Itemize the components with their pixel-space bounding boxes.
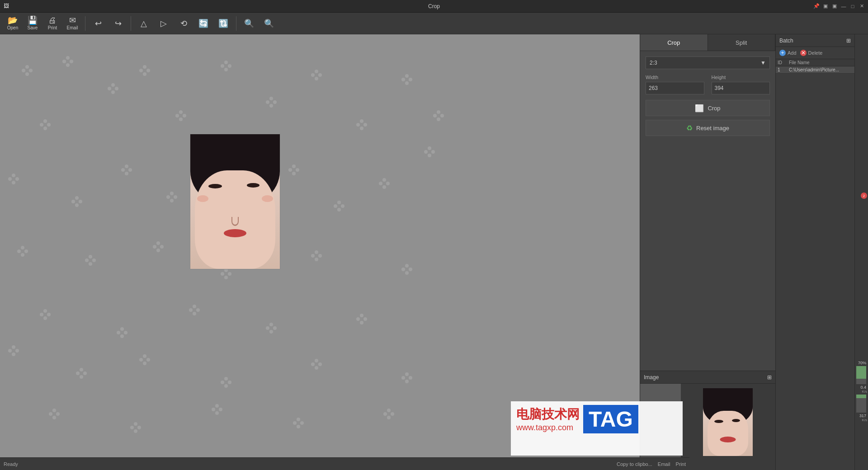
open-button[interactable]: 📂 Open <box>4 14 22 33</box>
stats-value-04: 0.4 <box>855 385 867 390</box>
canvas-area[interactable] <box>0 34 640 470</box>
image-panel-title: Image <box>644 374 659 381</box>
minimize-button[interactable]: — <box>839 2 848 11</box>
stats-value-317: 317 <box>855 414 867 418</box>
del-circle-icon: ✕ <box>800 50 807 56</box>
svg-point-3 <box>2 34 5 36</box>
right-panel: Crop Split 2:3 ▼ Width Height <box>640 34 775 470</box>
redo-button[interactable]: ↪ <box>109 14 127 33</box>
width-input[interactable] <box>646 82 704 94</box>
reset-image-button[interactable]: ♻ Reset image <box>646 120 770 136</box>
open-icon: 📂 <box>8 16 18 24</box>
batch-col-name: File Name <box>789 60 853 65</box>
batch-cell-id: 1 <box>778 67 789 72</box>
batch-row[interactable]: 1 C:\Users\admin\Picture... <box>776 66 854 74</box>
rotate-options-icon: 🔄 <box>198 19 208 28</box>
extra2-button[interactable]: ▣ <box>830 2 839 11</box>
reset-action-icon: ♻ <box>686 124 693 132</box>
crop-button-label: Crop <box>708 105 720 112</box>
stats-unit-2: K/s <box>855 390 867 394</box>
app-icon: 🖼 <box>4 3 11 10</box>
rotate-ccw-icon: ⟲ <box>180 19 187 28</box>
email-label: Email <box>66 25 78 30</box>
tab-split[interactable]: Split <box>708 34 776 51</box>
title-bar-controls: 📌 ▣ ▣ — □ ✕ <box>812 2 868 11</box>
title-bar-left: 🖼 <box>0 3 14 10</box>
image-panel-expand-icon[interactable]: ⊞ <box>767 374 772 381</box>
toolbar: 📂 Open 💾 Save 🖨 Print ✉ Email ↩ ↪ △ ▷ ⟲ … <box>0 13 868 34</box>
maximize-button[interactable]: □ <box>848 2 857 11</box>
height-input[interactable] <box>712 82 770 94</box>
stats-bar-fill-2 <box>856 395 866 398</box>
transform-button[interactable]: 🔃 <box>214 14 232 33</box>
stats-value-70: 70% <box>855 361 867 365</box>
image-panel-header: Image ⊞ <box>640 371 775 384</box>
copy-clipboard-button[interactable]: Copy to clipbo... <box>617 461 652 467</box>
tab-crop[interactable]: Crop <box>640 34 708 51</box>
flip-v-icon: △ <box>141 19 147 28</box>
undo-icon: ↩ <box>95 19 102 28</box>
print-bottom-button[interactable]: Print <box>675 461 686 467</box>
batch-actions: + Add ✕ Delete <box>776 47 854 59</box>
status-text: Ready <box>4 461 18 467</box>
crop-action-icon: ⬜ <box>695 104 704 113</box>
height-label: Height <box>712 75 770 80</box>
save-button[interactable]: 💾 Save <box>24 14 42 33</box>
dropdown-arrow-icon: ▼ <box>760 60 766 66</box>
stats-panel: 2 70% 0.4 K/s 317 K/s <box>854 34 868 470</box>
ratio-dropdown[interactable]: 2:3 ▼ <box>646 56 770 69</box>
batch-title: Batch <box>779 38 793 44</box>
extra1-button[interactable]: ▣ <box>821 2 830 11</box>
separator-3 <box>236 16 236 31</box>
zoom-in-icon: 🔍 <box>244 19 254 28</box>
image-preview-panel: Image ⊞ <box>640 371 775 470</box>
batch-add-label: Add <box>788 50 797 56</box>
pin-button[interactable]: 📌 <box>812 2 821 11</box>
close-button[interactable]: ✕ <box>857 2 866 11</box>
save-label: Save <box>28 25 38 30</box>
stats-bar-1 <box>856 366 866 384</box>
separator-2 <box>131 16 131 31</box>
flip-vertical-button[interactable]: △ <box>135 14 153 33</box>
save-icon: 💾 <box>28 16 38 24</box>
undo-button[interactable]: ↩ <box>89 14 107 33</box>
canvas-background <box>0 34 640 470</box>
height-group: Height <box>712 75 770 94</box>
title-bar: 🖼 Crop 📌 ▣ ▣ — □ ✕ <box>0 0 868 13</box>
zoom-out-button[interactable]: 🔍 <box>260 14 278 33</box>
main-layout: Crop Split 2:3 ▼ Width Height <box>0 34 868 470</box>
stats-unit-3: K/s <box>855 418 867 422</box>
preview-right-area <box>681 384 775 470</box>
crop-button[interactable]: ⬜ Crop <box>646 100 770 116</box>
face-illustration <box>190 134 280 269</box>
rotate-ccw-button[interactable]: ⟲ <box>175 14 193 33</box>
open-label: Open <box>7 25 18 30</box>
print-button[interactable]: 🖨 Print <box>43 14 61 33</box>
batch-expand-icon[interactable]: ⊞ <box>846 38 851 44</box>
bottom-actions: Copy to clipbo... Email Print <box>617 461 686 467</box>
canvas-image[interactable] <box>190 134 280 269</box>
ratio-value: 2:3 <box>650 60 657 66</box>
flip-horizontal-button[interactable]: ▷ <box>155 14 173 33</box>
batch-delete-label: Delete <box>808 50 823 56</box>
batch-cell-filename: C:\Users\admin\Picture... <box>789 67 853 72</box>
print-label: Print <box>48 25 57 30</box>
email-button[interactable]: ✉ Email <box>63 14 81 33</box>
batch-col-id: ID <box>778 60 789 65</box>
batch-delete-button[interactable]: ✕ Delete <box>800 50 823 56</box>
reset-button-label: Reset image <box>696 125 729 132</box>
batch-add-button[interactable]: + Add <box>779 50 797 56</box>
width-label: Width <box>646 75 704 80</box>
separator-1 <box>85 16 85 31</box>
status-bar: Ready Copy to clipbo... Email Print <box>0 457 689 470</box>
stats-bar-fill-1 <box>856 366 866 379</box>
zoom-in-button[interactable]: 🔍 <box>240 14 258 33</box>
email-bottom-button[interactable]: Email <box>658 461 670 467</box>
stats-bar-2 <box>856 395 866 413</box>
panel-tabs: Crop Split <box>640 34 775 51</box>
rotate-options-button[interactable]: 🔄 <box>194 14 212 33</box>
panel-content: 2:3 ▼ Width Height ⬜ Crop <box>640 51 775 371</box>
redo-icon: ↪ <box>115 19 122 28</box>
zoom-out-icon: 🔍 <box>264 19 274 28</box>
flip-h-icon: ▷ <box>160 19 167 28</box>
